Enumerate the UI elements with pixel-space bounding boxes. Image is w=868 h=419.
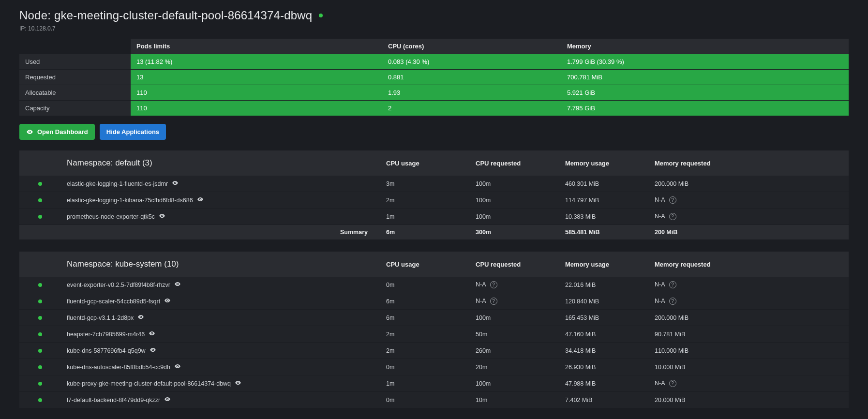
cpu-requested: 100m — [470, 310, 559, 326]
stats-cell: 13 (11.82 %) — [131, 54, 382, 70]
info-icon[interactable]: ? — [490, 298, 497, 305]
pod-name-cell[interactable]: l7-default-backend-8f479dd9-qkzzr — [61, 392, 380, 408]
cpu-usage: 1m — [380, 375, 470, 392]
hide-applications-label: Hide Applications — [106, 128, 159, 135]
mem-requested: 10.000 MiB — [649, 359, 849, 375]
pod-name-cell[interactable]: kube-dns-5877696fb4-q5q9w — [61, 343, 380, 359]
hide-applications-button[interactable]: Hide Applications — [100, 124, 166, 140]
pod-name-cell[interactable]: kube-proxy-gke-meeting-cluster-default-p… — [61, 375, 380, 392]
pod-name: elastic-gke-logging-1-kibana-75cfbd6fd8-… — [67, 197, 193, 204]
stats-row-allocatable: Allocatable 110 1.93 5.921 GiB — [19, 85, 849, 101]
mem-usage: 460.301 MiB — [559, 176, 649, 192]
page-title: Node: gke-meeting-cluster-default-pool-8… — [19, 9, 312, 22]
eye-icon[interactable] — [197, 196, 204, 204]
eye-icon[interactable] — [137, 314, 144, 322]
mem-requested: 200.000 MiB — [649, 176, 849, 192]
col-cpu-requested: CPU requested — [470, 150, 559, 176]
pod-row[interactable]: kube-dns-autoscaler-85f8bdb54-cc9dh0m20m… — [19, 359, 849, 375]
mem-requested: 200.000 MiB — [649, 310, 849, 326]
stats-cell: 110 — [131, 85, 382, 101]
col-mem-usage: Memory usage — [559, 150, 649, 176]
ns-blank — [19, 252, 61, 277]
pod-status-dot-cell — [19, 209, 61, 225]
pod-status-dot-cell — [19, 375, 61, 392]
stats-row-label: Capacity — [19, 101, 131, 116]
pod-name-cell[interactable]: kube-dns-autoscaler-85f8bdb54-cc9dh — [61, 359, 380, 375]
pod-row[interactable]: prometheus-node-exporter-qtk5c1m100m10.3… — [19, 209, 849, 225]
namespace-summary-row: Summary6m300m585.481 MiB200 MiB — [19, 225, 849, 240]
open-dashboard-button[interactable]: Open Dashboard — [19, 124, 95, 140]
pod-row[interactable]: elastic-gke-logging-1-fluentd-es-jsdmr3m… — [19, 176, 849, 192]
cpu-requested: N-A? — [470, 277, 559, 293]
pod-name: prometheus-node-exporter-qtk5c — [67, 213, 155, 220]
pod-name: elastic-gke-logging-1-fluentd-es-jsdmr — [67, 180, 168, 187]
pod-row[interactable]: fluentd-gcp-scaler-54ccb89d5-fsqrt6mN-A?… — [19, 293, 849, 310]
pod-row[interactable]: l7-default-backend-8f479dd9-qkzzr0m10m7.… — [19, 392, 849, 408]
cpu-requested: 50m — [470, 326, 559, 343]
info-icon[interactable]: ? — [669, 298, 676, 305]
pod-name-cell[interactable]: fluentd-gcp-v3.1.1-2d8px — [61, 310, 380, 326]
mem-requested: 20.000 MiB — [649, 392, 849, 408]
cpu-requested: 100m — [470, 209, 559, 225]
summary-cpu-requested: 300m — [470, 225, 559, 240]
pod-name-cell[interactable]: heapster-7cb7985699-m4r46 — [61, 326, 380, 343]
pod-name: fluentd-gcp-v3.1.1-2d8px — [67, 314, 134, 321]
mem-requested: N-A? — [649, 192, 849, 209]
namespace-title: Namespace: default (3) — [61, 150, 380, 176]
info-icon[interactable]: ? — [490, 281, 497, 288]
stats-row-label: Requested — [19, 70, 131, 85]
cpu-requested: 260m — [470, 343, 559, 359]
cpu-usage: 3m — [380, 176, 470, 192]
pod-status-dot-cell — [19, 359, 61, 375]
eye-icon[interactable] — [164, 396, 171, 404]
pod-name-cell[interactable]: elastic-gke-logging-1-fluentd-es-jsdmr — [61, 176, 380, 192]
cpu-requested: N-A? — [470, 293, 559, 310]
pod-row[interactable]: elastic-gke-logging-1-kibana-75cfbd6fd8-… — [19, 192, 849, 209]
eye-icon[interactable] — [150, 346, 156, 355]
info-icon[interactable]: ? — [669, 380, 676, 387]
pod-name-cell[interactable]: event-exporter-v0.2.5-7df89f4b8f-rhzvr — [61, 277, 380, 293]
pod-row[interactable]: kube-proxy-gke-meeting-cluster-default-p… — [19, 375, 849, 392]
open-dashboard-label: Open Dashboard — [37, 128, 88, 135]
cpu-usage: 1m — [380, 209, 470, 225]
cpu-usage: 0m — [380, 392, 470, 408]
pod-name-cell[interactable]: fluentd-gcp-scaler-54ccb89d5-fsqrt — [61, 293, 380, 310]
pod-row[interactable]: heapster-7cb7985699-m4r462m50m47.160 MiB… — [19, 326, 849, 343]
stats-col-pods: Pods limits — [131, 39, 382, 54]
pod-status-dot — [38, 215, 42, 219]
pod-status-dot — [38, 382, 42, 386]
pod-row[interactable]: event-exporter-v0.2.5-7df89f4b8f-rhzvr0m… — [19, 277, 849, 293]
info-icon[interactable]: ? — [669, 213, 676, 220]
node-stats-table: Pods limits CPU (cores) Memory Used 13 (… — [19, 39, 849, 116]
stats-cell: 0.083 (4.30 %) — [382, 54, 561, 70]
eye-icon[interactable] — [235, 379, 241, 388]
pod-name: event-exporter-v0.2.5-7df89f4b8f-rhzvr — [67, 282, 170, 288]
stats-cell: 0.881 — [382, 70, 561, 85]
col-cpu-usage: CPU usage — [380, 252, 470, 277]
eye-icon[interactable] — [164, 297, 171, 305]
info-icon[interactable]: ? — [669, 281, 676, 288]
stats-cell: 700.781 MiB — [561, 70, 849, 85]
eye-icon[interactable] — [174, 363, 181, 371]
stats-col-cpu: CPU (cores) — [382, 39, 561, 54]
node-ip: IP: 10.128.0.7 — [19, 25, 849, 32]
stats-row-label: Used — [19, 54, 131, 70]
pod-status-dot — [38, 349, 42, 353]
eye-icon[interactable] — [174, 281, 181, 289]
info-icon[interactable]: ? — [669, 196, 676, 204]
eye-icon[interactable] — [172, 180, 179, 188]
cpu-requested: 100m — [470, 176, 559, 192]
pod-name-cell[interactable]: elastic-gke-logging-1-kibana-75cfbd6fd8-… — [61, 192, 380, 209]
pod-name-cell[interactable]: prometheus-node-exporter-qtk5c — [61, 209, 380, 225]
pod-row[interactable]: fluentd-gcp-v3.1.1-2d8px6m100m165.453 Mi… — [19, 310, 849, 326]
cpu-requested: 10m — [470, 392, 559, 408]
cpu-requested: 100m — [470, 375, 559, 392]
cpu-usage: 6m — [380, 293, 470, 310]
eye-icon[interactable] — [149, 330, 155, 338]
pod-row[interactable]: kube-dns-5877696fb4-q5q9w2m260m34.418 Mi… — [19, 343, 849, 359]
eye-icon[interactable] — [159, 212, 165, 221]
cpu-usage: 2m — [380, 192, 470, 209]
pod-name: kube-dns-autoscaler-85f8bdb54-cc9dh — [67, 364, 170, 371]
pod-status-dot-cell — [19, 310, 61, 326]
stats-cell: 110 — [131, 101, 382, 116]
